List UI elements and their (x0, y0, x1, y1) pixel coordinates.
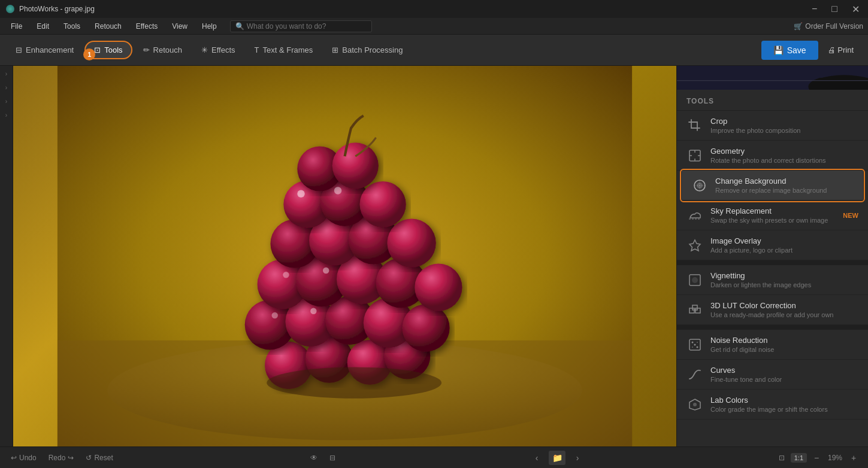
zoom-ratio-button[interactable]: 1:1 (791, 453, 807, 463)
retouch-button[interactable]: ✏ Retouch (135, 42, 190, 58)
menu-edit[interactable]: Edit (31, 20, 55, 33)
svg-point-50 (692, 347, 693, 348)
svg-rect-45 (692, 305, 697, 310)
image-overlay-info: Image Overlay Add a picture, logo or cli… (710, 236, 858, 254)
sky-replacement-icon (686, 207, 703, 224)
app-title: PhotoWorks - grape.jpg (19, 5, 95, 13)
reset-icon: ↺ (86, 454, 92, 462)
next-button[interactable]: › (570, 451, 585, 465)
app-icon (6, 5, 14, 13)
folder-button[interactable]: 📁 (549, 451, 565, 465)
left-arrow-3[interactable]: › (5, 98, 7, 105)
image-overlay-icon (686, 237, 703, 254)
svg-point-49 (694, 344, 696, 345)
close-button[interactable]: ✕ (849, 4, 862, 15)
3d-lut-icon (686, 302, 703, 318)
menubar: File Edit Tools Retouch Effects View Hel… (0, 18, 868, 35)
sky-replacement-info: Sky Replacement Swap the sky with preset… (710, 206, 836, 224)
left-arrow-1[interactable]: › (5, 71, 7, 77)
text-frames-button[interactable]: T Text & Frames (246, 42, 322, 58)
menu-help[interactable]: Help (196, 20, 223, 33)
change-background-icon (691, 177, 708, 194)
svg-point-32 (267, 367, 441, 399)
enhancement-icon: ⊟ (16, 45, 22, 54)
lab-colors-info: Lab Colors Color grade the image or shif… (710, 396, 858, 413)
svg-point-48 (697, 342, 698, 343)
search-input[interactable] (247, 22, 367, 31)
left-sidebar: › › › › (0, 66, 13, 446)
svg-point-30 (283, 272, 289, 278)
redo-button[interactable]: Redo ↪ (45, 452, 78, 463)
toolbar: ⊟ Enhancement ⊡ Tools 1 ✏ Retouch ✳ Effe… (0, 35, 868, 66)
eye-button[interactable]: 👁 (307, 452, 321, 463)
tool-vignetting[interactable]: Vignetting Darken or lighten the image e… (677, 265, 868, 295)
svg-rect-44 (695, 308, 700, 313)
redo-icon: ↪ (68, 454, 74, 462)
effects-icon: ✳ (201, 45, 208, 54)
menu-view[interactable]: View (166, 20, 193, 33)
undo-button[interactable]: ↩ Undo (7, 452, 40, 463)
noise-reduction-icon (686, 336, 703, 353)
section-divider-1 (677, 260, 868, 265)
batch-processing-button[interactable]: ⊞ Batch Processing (323, 42, 411, 58)
change-background-wrapper: 2 Change Background Remove or replace im… (682, 171, 863, 200)
menu-effects[interactable]: Effects (130, 20, 164, 33)
tool-crop[interactable]: Crop Improve the photo composition (677, 111, 868, 141)
tool-lab-colors[interactable]: Lab Colors Color grade the image or shif… (677, 390, 868, 420)
grape-image-svg (13, 66, 676, 446)
window-controls: − □ ✕ (809, 4, 862, 15)
batch-icon: ⊞ (332, 45, 338, 54)
bottom-bar: ↩ Undo Redo ↪ ↺ Reset 👁 ⊟ ‹ 📁 › ⊡ 1:1 − … (0, 446, 868, 468)
svg-point-11 (402, 304, 449, 351)
tool-image-overlay[interactable]: Image Overlay Add a picture, logo or cli… (677, 230, 868, 260)
svg-point-35 (791, 78, 868, 90)
order-full-button[interactable]: 🛒 Order Full Version (794, 22, 863, 31)
zoom-out-button[interactable]: − (809, 451, 824, 465)
prev-button[interactable]: ‹ (530, 451, 544, 465)
tool-3d-lut[interactable]: 3D LUT Color Correction Use a ready-made… (677, 295, 868, 325)
canvas-area (13, 66, 676, 446)
reset-button[interactable]: ↺ Reset (82, 452, 116, 463)
menu-tools[interactable]: Tools (58, 20, 86, 33)
aspect-ratio-icon[interactable]: ⊡ (775, 452, 788, 463)
geometry-info: Geometry Rotate the photo and correct di… (710, 147, 858, 164)
retouch-icon: ✏ (143, 45, 150, 54)
titlebar: PhotoWorks - grape.jpg − □ ✕ (0, 0, 868, 18)
tool-change-background[interactable]: Change Background Remove or replace imag… (682, 171, 863, 200)
menu-file[interactable]: File (5, 20, 28, 33)
minimize-button[interactable]: − (809, 4, 819, 14)
zoom-in-button[interactable]: + (846, 451, 861, 465)
svg-point-42 (692, 277, 698, 283)
tool-geometry[interactable]: Geometry Rotate the photo and correct di… (677, 141, 868, 171)
section-divider-2 (677, 325, 868, 330)
lab-colors-icon (686, 396, 703, 413)
enhancement-button[interactable]: ⊟ Enhancement (7, 42, 82, 58)
effects-button[interactable]: ✳ Effects (193, 42, 244, 58)
cart-icon: 🛒 (794, 22, 803, 31)
save-icon: 💾 (773, 45, 784, 55)
undo-icon: ↩ (11, 454, 17, 462)
noise-reduction-info: Noise Reduction Get rid of digital noise (710, 336, 858, 353)
left-arrow-2[interactable]: › (5, 84, 7, 91)
eye-icon: 👁 (310, 454, 317, 462)
vignetting-info: Vignetting Darken or lighten the image e… (710, 271, 858, 288)
svg-point-26 (297, 190, 305, 197)
print-icon: 🖨 (828, 45, 836, 54)
maximize-button[interactable]: □ (829, 4, 840, 14)
compare-button[interactable]: ⊟ (326, 452, 339, 463)
tool-curves[interactable]: Curves Fine-tune tone and color (677, 360, 868, 390)
menu-retouch[interactable]: Retouch (89, 20, 128, 33)
svg-point-20 (387, 218, 435, 267)
curves-info: Curves Fine-tune tone and color (710, 366, 858, 383)
text-frames-icon: T (255, 45, 259, 54)
save-button[interactable]: 💾 Save (761, 41, 818, 60)
change-background-info: Change Background Remove or replace imag… (715, 177, 854, 194)
tool-noise-reduction[interactable]: Noise Reduction Get rid of digital noise (677, 330, 868, 360)
tools-button[interactable]: ⊡ Tools 1 (84, 41, 132, 59)
print-button[interactable]: 🖨 Print (821, 41, 861, 59)
tool-sky-replacement[interactable]: Sky Replacement Swap the sky with preset… (677, 200, 868, 230)
svg-rect-33 (677, 66, 868, 90)
svg-point-31 (323, 268, 329, 273)
left-arrow-4[interactable]: › (5, 112, 7, 118)
search-box[interactable]: 🔍 (230, 20, 372, 32)
